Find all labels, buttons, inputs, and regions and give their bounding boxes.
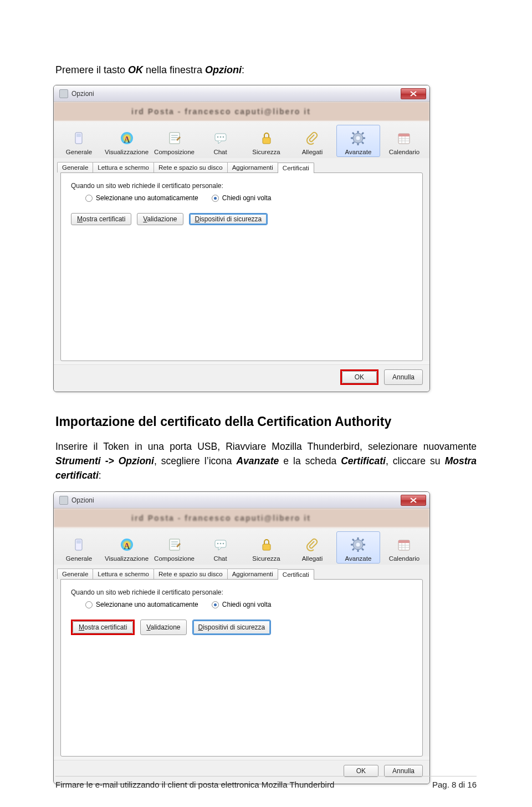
- blurred-background-bar: ird Posta - francesco caputi@libero it: [54, 509, 429, 527]
- subtab-certificati[interactable]: Certificati: [278, 163, 314, 173]
- subtab-rete[interactable]: Rete e spazio su disco: [154, 569, 228, 579]
- radio-auto[interactable]: Selezionane uno automaticamente: [85, 601, 198, 608]
- cancel-button[interactable]: Annulla: [384, 369, 423, 385]
- highlight-ok: OK: [340, 369, 378, 385]
- highlight-mostra: Mostra certificati: [71, 620, 135, 635]
- toolbar-chat[interactable]: Chat: [198, 125, 242, 157]
- subtab-generale[interactable]: Generale: [57, 569, 93, 579]
- svg-line-19: [352, 133, 354, 134]
- blurred-background-bar: ird Posta - francesco caputi@libero it: [54, 102, 429, 121]
- toolbar-allegati[interactable]: Allegati: [290, 531, 334, 564]
- window-title: Opzioni: [71, 496, 94, 504]
- toolbar-visualizzazione[interactable]: A Visualizzazione: [103, 531, 150, 564]
- bg-strip: [59, 657, 424, 669]
- ok-button[interactable]: OK: [342, 371, 377, 383]
- cert-request-label: Quando un sito web richiede il certifica…: [71, 588, 412, 596]
- subtab-rete[interactable]: Rete e spazio su disco: [154, 162, 228, 172]
- palette-icon: A: [118, 129, 136, 147]
- subtab-aggiornamenti[interactable]: Aggiornamenti: [227, 162, 278, 172]
- svg-rect-12: [263, 138, 270, 144]
- calendar-icon: [395, 536, 413, 554]
- sub-tabs: Generale Lettura e schermo Rete e spazio…: [57, 567, 426, 579]
- subtab-generale[interactable]: Generale: [57, 162, 93, 172]
- bg-strip: [59, 302, 424, 314]
- subtab-lettura[interactable]: Lettura e schermo: [93, 162, 154, 172]
- options-window-2: Opzioni ird Posta - francesco caputi@lib…: [53, 491, 430, 784]
- svg-line-20: [362, 142, 364, 144]
- toolbar-sicurezza[interactable]: Sicurezza: [244, 125, 288, 157]
- sub-tabs: Generale Lettura e schermo Rete e spazio…: [57, 160, 426, 172]
- toolbar-generale[interactable]: Generale: [57, 125, 101, 157]
- mnemonic: M: [77, 215, 83, 223]
- ok-button[interactable]: OK: [344, 765, 378, 777]
- close-icon[interactable]: [401, 88, 426, 99]
- p-bold: Strumenti -> Opzioni: [55, 455, 154, 466]
- mnemonic: V: [143, 215, 147, 223]
- lock-icon: [258, 536, 275, 554]
- toolbar-label: Avanzate: [345, 149, 372, 155]
- radio-ask[interactable]: Chiedi ogni volta: [212, 194, 272, 202]
- svg-point-11: [222, 136, 224, 138]
- toolbar-composizione[interactable]: Composizione: [152, 531, 196, 564]
- mnemonic: D: [198, 623, 203, 631]
- bg-strip: [59, 316, 424, 328]
- intro-line: Premere il tasto OK nella finestra Opzio…: [55, 64, 477, 76]
- p-seg: , cliccare su: [386, 455, 445, 466]
- subtab-lettura[interactable]: Lettura e schermo: [93, 569, 154, 579]
- toolbar-label: Sicurezza: [252, 555, 280, 562]
- svg-rect-30: [76, 540, 81, 544]
- subtab-certificati[interactable]: Certificati: [278, 569, 314, 580]
- dialog-actions: OK Annulla: [54, 364, 429, 392]
- validation-button[interactable]: Validazione: [137, 213, 183, 225]
- show-certificates-button[interactable]: Mostra certificati: [71, 213, 131, 225]
- toolbar-sicurezza[interactable]: Sicurezza: [244, 531, 288, 564]
- toolbar-allegati[interactable]: Allegati: [290, 125, 334, 157]
- svg-rect-53: [398, 540, 410, 543]
- subtab-aggiornamenti[interactable]: Aggiornamenti: [227, 569, 278, 579]
- toolbar-label: Sicurezza: [252, 149, 280, 155]
- tab-content: Quando un sito web richiede il certifica…: [60, 579, 423, 757]
- palette-icon: A: [118, 536, 136, 554]
- toolbar-calendario[interactable]: Calendario: [382, 531, 426, 564]
- bg-strip: [59, 643, 424, 655]
- close-icon[interactable]: [401, 495, 426, 506]
- toolbar-label: Avanzate: [345, 555, 372, 562]
- toolbar-label: Chat: [213, 149, 227, 155]
- radio-ask[interactable]: Chiedi ogni volta: [212, 601, 272, 608]
- svg-rect-41: [263, 544, 270, 550]
- svg-rect-24: [398, 134, 410, 136]
- page-footer: Firmare le e-mail utilizzando il client …: [55, 776, 477, 789]
- svg-line-51: [352, 549, 354, 550]
- svg-line-49: [362, 549, 364, 550]
- window-title: Opzioni: [71, 90, 94, 98]
- toolbar-chat[interactable]: Chat: [198, 531, 242, 564]
- toolbar-generale[interactable]: Generale: [57, 531, 101, 564]
- switch-icon: [70, 129, 88, 147]
- svg-line-21: [362, 133, 364, 134]
- intro-bold-ok: OK: [128, 64, 143, 75]
- gear-icon: [349, 129, 367, 147]
- svg-point-40: [222, 543, 224, 545]
- security-devices-button[interactable]: Dispositivi di sicurezza: [192, 620, 272, 635]
- svg-point-39: [219, 543, 221, 545]
- security-devices-button[interactable]: Dispositivi di sicurezza: [189, 213, 268, 225]
- mnemonic: V: [146, 623, 150, 631]
- toolbar-visualizzazione[interactable]: A Visualizzazione: [103, 125, 150, 157]
- main-toolbar: Generale A Visualizzazione Composizione …: [54, 527, 429, 565]
- toolbar-avanzate[interactable]: Avanzate: [336, 531, 380, 564]
- toolbar-calendario[interactable]: Calendario: [382, 125, 426, 157]
- p-bold: Certificati: [341, 455, 386, 466]
- titlebar: Opzioni: [54, 492, 429, 509]
- validation-button[interactable]: Validazione: [140, 620, 186, 635]
- toolbar-label: Generale: [66, 149, 92, 155]
- intro-text: Premere il tasto: [55, 64, 128, 75]
- radio-auto[interactable]: Selezionane uno automaticamente: [85, 194, 198, 202]
- toolbar-composizione[interactable]: Composizione: [152, 125, 196, 157]
- svg-point-43: [356, 543, 360, 547]
- p-seg: , scegliere l’icona: [154, 455, 237, 466]
- show-certificates-button[interactable]: Mostra certificati: [73, 621, 133, 633]
- toolbar-avanzate[interactable]: Avanzate: [336, 125, 380, 157]
- svg-line-48: [352, 539, 354, 541]
- radio-icon: [85, 195, 93, 202]
- cancel-button[interactable]: Annulla: [384, 765, 423, 777]
